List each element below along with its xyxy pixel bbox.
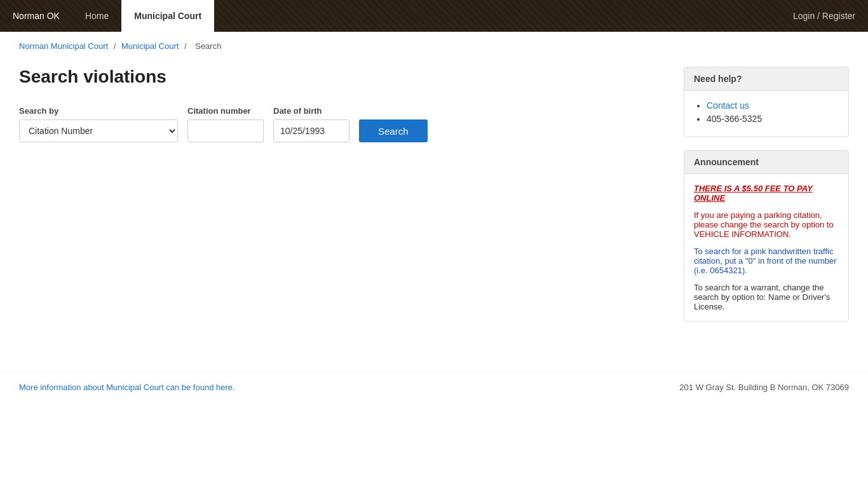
footer-address: 201 W Gray St. Building B Norman, OK 730… — [679, 383, 849, 392]
search-by-label: Search by — [19, 106, 178, 116]
page-title: Search violations — [19, 67, 671, 87]
footer-more-info-link[interactable]: More information about Municipal Court c… — [19, 383, 235, 392]
breadcrumb: Norman Municipal Court / Municipal Court… — [0, 32, 868, 60]
nav-norman-ok[interactable]: Norman OK — [0, 0, 72, 32]
citation-number-group: Citation number — [187, 106, 264, 142]
breadcrumb-norman-municipal-court[interactable]: Norman Municipal Court — [19, 41, 108, 51]
pink-citation-notice: To search for a pink handwritten traffic… — [694, 247, 839, 275]
breadcrumb-separator-1: / — [114, 41, 118, 51]
nav-municipal-court[interactable]: Municipal Court — [121, 0, 214, 32]
top-navigation: Norman OK Home Municipal Court Login / R… — [0, 0, 868, 32]
search-by-group: Search by Citation Number Name Driver's … — [19, 106, 178, 142]
breadcrumb-separator-2: / — [184, 41, 189, 51]
date-of-birth-label: Date of birth — [273, 106, 349, 116]
date-of-birth-input[interactable] — [273, 119, 349, 142]
contact-us-link[interactable]: Contact us — [707, 100, 749, 111]
citation-number-label: Citation number — [187, 106, 264, 116]
right-panel: Need help? Contact us 405-366-5325 Annou… — [684, 67, 849, 334]
main-content: Search violations Search by Citation Num… — [0, 60, 868, 360]
nav-home[interactable]: Home — [72, 0, 121, 32]
fee-notice: THERE IS A $5.50 FEE TO PAY ONLINE — [694, 184, 839, 203]
search-form: Search by Citation Number Name Driver's … — [19, 106, 671, 142]
need-help-body: Contact us 405-366-5325 — [684, 91, 848, 137]
breadcrumb-search: Search — [195, 41, 221, 51]
footer: More information about Municipal Court c… — [0, 372, 868, 402]
announcement-panel: Announcement THERE IS A $5.50 FEE TO PAY… — [684, 150, 849, 322]
search-button[interactable]: Search — [359, 119, 428, 142]
left-panel: Search violations Search by Citation Num… — [19, 67, 671, 334]
contact-us-item: Contact us — [707, 100, 839, 111]
phone-item: 405-366-5325 — [707, 114, 839, 124]
breadcrumb-municipal-court[interactable]: Municipal Court — [121, 41, 179, 51]
date-of-birth-group: Date of birth — [273, 106, 349, 142]
warrant-notice: To search for a warrant, change the sear… — [694, 283, 839, 311]
search-by-select[interactable]: Citation Number Name Driver's License Ve… — [19, 119, 178, 142]
phone-number: 405-366-5325 — [707, 114, 762, 124]
need-help-header: Need help? — [684, 67, 848, 91]
need-help-panel: Need help? Contact us 405-366-5325 — [684, 67, 849, 137]
announcement-body: THERE IS A $5.50 FEE TO PAY ONLINE If yo… — [684, 174, 848, 321]
nav-login-register[interactable]: Login / Register — [780, 0, 868, 32]
citation-number-input[interactable] — [187, 119, 264, 142]
parking-notice: If you are paying a parking citation, pl… — [694, 210, 839, 239]
announcement-header: Announcement — [684, 151, 848, 174]
